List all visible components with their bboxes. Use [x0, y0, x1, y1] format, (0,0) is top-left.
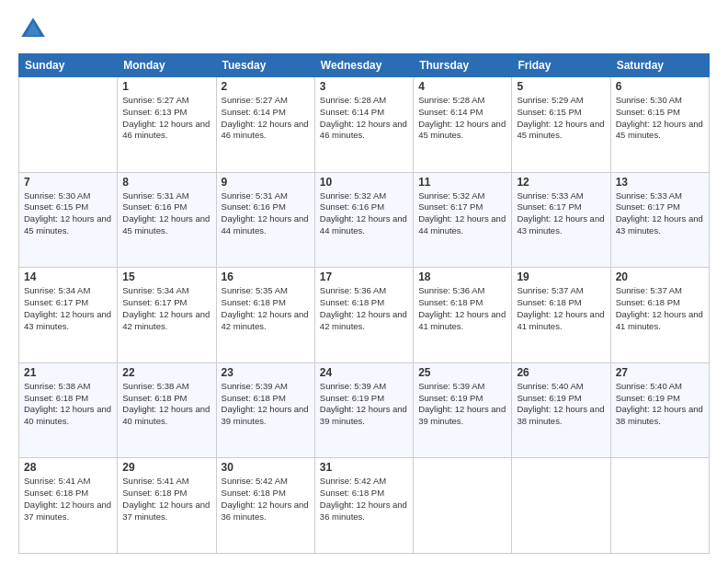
page: Sunday Monday Tuesday Wednesday Thursday…	[0, 0, 728, 563]
sunrise-text: Sunrise: 5:29 AM	[517, 95, 605, 107]
sunrise-text: Sunrise: 5:27 AM	[122, 95, 210, 107]
day-info: Sunrise: 5:41 AMSunset: 6:18 PMDaylight:…	[24, 476, 112, 523]
day-info: Sunrise: 5:40 AMSunset: 6:19 PMDaylight:…	[517, 381, 605, 428]
sunrise-text: Sunrise: 5:33 AM	[616, 190, 704, 202]
sunset-text: Sunset: 6:15 PM	[517, 107, 605, 119]
sunrise-text: Sunrise: 5:32 AM	[320, 190, 408, 202]
daylight-text: Daylight: 12 hours and42 minutes.	[320, 309, 408, 333]
table-cell	[610, 458, 709, 554]
sunset-text: Sunset: 6:16 PM	[320, 201, 408, 213]
sunrise-text: Sunrise: 5:40 AM	[616, 381, 704, 393]
day-number: 8	[122, 176, 210, 189]
table-cell: 31Sunrise: 5:42 AMSunset: 6:18 PMDayligh…	[314, 458, 413, 554]
daylight-text: Daylight: 12 hours and42 minutes.	[222, 309, 310, 333]
daylight-text: Daylight: 12 hours and38 minutes.	[517, 404, 605, 428]
sunset-text: Sunset: 6:18 PM	[122, 393, 210, 405]
day-info: Sunrise: 5:34 AMSunset: 6:17 PMDaylight:…	[122, 285, 210, 332]
table-cell: 4Sunrise: 5:28 AMSunset: 6:14 PMDaylight…	[414, 77, 512, 173]
day-number: 11	[418, 176, 506, 189]
sunset-text: Sunset: 6:19 PM	[418, 393, 506, 405]
sunset-text: Sunset: 6:14 PM	[320, 107, 408, 119]
daylight-text: Daylight: 12 hours and43 minutes.	[24, 309, 112, 333]
sunset-text: Sunset: 6:17 PM	[418, 201, 506, 213]
calendar-table: Sunday Monday Tuesday Wednesday Thursday…	[18, 53, 710, 554]
sunrise-text: Sunrise: 5:42 AM	[320, 476, 408, 488]
sunset-text: Sunset: 6:18 PM	[222, 297, 310, 309]
sunset-text: Sunset: 6:17 PM	[122, 297, 210, 309]
sunset-text: Sunset: 6:14 PM	[418, 107, 506, 119]
daylight-text: Daylight: 12 hours and40 minutes.	[24, 404, 112, 428]
sunrise-text: Sunrise: 5:34 AM	[122, 285, 210, 297]
daylight-text: Daylight: 12 hours and46 minutes.	[222, 119, 310, 143]
sunrise-text: Sunrise: 5:42 AM	[222, 476, 310, 488]
daylight-text: Daylight: 12 hours and45 minutes.	[616, 119, 704, 143]
daylight-text: Daylight: 12 hours and46 minutes.	[122, 119, 210, 143]
day-info: Sunrise: 5:32 AMSunset: 6:16 PMDaylight:…	[320, 190, 408, 237]
sunset-text: Sunset: 6:17 PM	[24, 297, 112, 309]
daylight-text: Daylight: 12 hours and39 minutes.	[222, 404, 310, 428]
day-info: Sunrise: 5:31 AMSunset: 6:16 PMDaylight:…	[122, 190, 210, 237]
sunset-text: Sunset: 6:14 PM	[222, 107, 310, 119]
day-number: 21	[24, 366, 112, 379]
sunset-text: Sunset: 6:17 PM	[517, 201, 605, 213]
daylight-text: Daylight: 12 hours and41 minutes.	[517, 309, 605, 333]
table-cell: 1Sunrise: 5:27 AMSunset: 6:13 PMDaylight…	[118, 77, 216, 173]
week-row-1: 7Sunrise: 5:30 AMSunset: 6:15 PMDaylight…	[19, 172, 710, 268]
header-monday: Monday	[118, 54, 216, 77]
table-cell: 18Sunrise: 5:36 AMSunset: 6:18 PMDayligh…	[414, 268, 512, 363]
logo	[18, 15, 51, 44]
daylight-text: Daylight: 12 hours and36 minutes.	[222, 500, 310, 523]
day-number: 6	[616, 80, 704, 93]
sunset-text: Sunset: 6:19 PM	[320, 393, 408, 405]
table-cell: 27Sunrise: 5:40 AMSunset: 6:19 PMDayligh…	[610, 362, 709, 458]
day-info: Sunrise: 5:37 AMSunset: 6:18 PMDaylight:…	[616, 285, 704, 332]
day-number: 3	[320, 80, 408, 93]
day-number: 10	[320, 176, 408, 189]
sunrise-text: Sunrise: 5:38 AM	[24, 381, 112, 393]
sunset-text: Sunset: 6:18 PM	[320, 297, 408, 309]
day-number: 27	[616, 366, 704, 379]
table-cell: 5Sunrise: 5:29 AMSunset: 6:15 PMDaylight…	[512, 77, 610, 173]
sunrise-text: Sunrise: 5:31 AM	[122, 190, 210, 202]
day-info: Sunrise: 5:32 AMSunset: 6:17 PMDaylight:…	[418, 190, 506, 237]
sunset-text: Sunset: 6:18 PM	[24, 393, 112, 405]
sunset-text: Sunset: 6:15 PM	[616, 107, 704, 119]
sunrise-text: Sunrise: 5:31 AM	[222, 190, 310, 202]
table-cell	[19, 77, 118, 173]
sunrise-text: Sunrise: 5:30 AM	[24, 190, 112, 202]
daylight-text: Daylight: 12 hours and45 minutes.	[122, 213, 210, 237]
sunrise-text: Sunrise: 5:28 AM	[320, 95, 408, 107]
sunrise-text: Sunrise: 5:39 AM	[222, 381, 310, 393]
table-cell: 7Sunrise: 5:30 AMSunset: 6:15 PMDaylight…	[19, 172, 118, 268]
sunset-text: Sunset: 6:16 PM	[122, 201, 210, 213]
week-row-2: 14Sunrise: 5:34 AMSunset: 6:17 PMDayligh…	[19, 268, 710, 363]
table-cell: 23Sunrise: 5:39 AMSunset: 6:18 PMDayligh…	[216, 362, 314, 458]
table-cell: 12Sunrise: 5:33 AMSunset: 6:17 PMDayligh…	[512, 172, 610, 268]
header	[18, 15, 710, 44]
day-info: Sunrise: 5:28 AMSunset: 6:14 PMDaylight:…	[418, 95, 506, 142]
sunrise-text: Sunrise: 5:30 AM	[616, 95, 704, 107]
day-number: 30	[222, 461, 310, 474]
sunset-text: Sunset: 6:16 PM	[222, 201, 310, 213]
day-info: Sunrise: 5:36 AMSunset: 6:18 PMDaylight:…	[418, 285, 506, 332]
day-info: Sunrise: 5:35 AMSunset: 6:18 PMDaylight:…	[222, 285, 310, 332]
daylight-text: Daylight: 12 hours and42 minutes.	[122, 309, 210, 333]
daylight-text: Daylight: 12 hours and40 minutes.	[122, 404, 210, 428]
day-info: Sunrise: 5:33 AMSunset: 6:17 PMDaylight:…	[517, 190, 605, 237]
sunset-text: Sunset: 6:18 PM	[122, 488, 210, 500]
sunset-text: Sunset: 6:18 PM	[222, 393, 310, 405]
sunrise-text: Sunrise: 5:37 AM	[616, 285, 704, 297]
daylight-text: Daylight: 12 hours and36 minutes.	[320, 500, 408, 523]
header-wednesday: Wednesday	[314, 54, 413, 77]
sunset-text: Sunset: 6:18 PM	[320, 488, 408, 500]
day-number: 22	[122, 366, 210, 379]
day-number: 5	[517, 80, 605, 93]
sunrise-text: Sunrise: 5:32 AM	[418, 190, 506, 202]
sunrise-text: Sunrise: 5:41 AM	[24, 476, 112, 488]
daylight-text: Daylight: 12 hours and45 minutes.	[517, 119, 605, 143]
sunset-text: Sunset: 6:18 PM	[418, 297, 506, 309]
header-tuesday: Tuesday	[216, 54, 314, 77]
table-cell: 19Sunrise: 5:37 AMSunset: 6:18 PMDayligh…	[512, 268, 610, 363]
sunset-text: Sunset: 6:18 PM	[24, 488, 112, 500]
day-number: 15	[122, 270, 210, 283]
